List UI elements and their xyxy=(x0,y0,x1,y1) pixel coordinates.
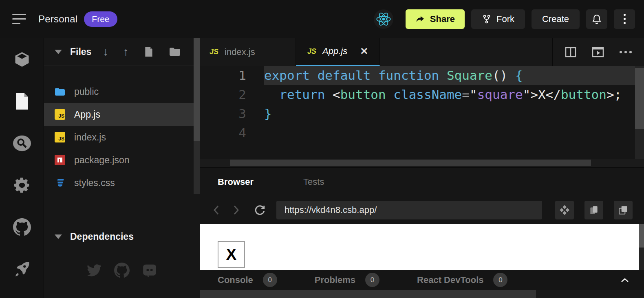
activity-bar xyxy=(0,38,44,298)
preview-window-icon[interactable] xyxy=(592,47,604,57)
deploy-rocket-icon xyxy=(13,260,31,278)
file-row-stylescss[interactable]: styles.css xyxy=(44,171,200,194)
refresh-icon[interactable] xyxy=(254,204,266,216)
scrollbar-thumb[interactable] xyxy=(635,68,644,129)
dependencies-header[interactable]: Dependencies xyxy=(44,222,200,251)
tab-label: index.js xyxy=(225,47,255,57)
javascript-file-icon: JS xyxy=(307,47,316,56)
forward-icon[interactable] xyxy=(232,204,240,216)
devtools-diamond-icon[interactable] xyxy=(555,201,574,219)
top-header: Personal Free Share Fork Create xyxy=(0,0,644,38)
layers-icon[interactable] xyxy=(614,201,633,219)
file-name: package.json xyxy=(74,155,130,166)
workspace-title[interactable]: Personal xyxy=(38,13,77,25)
editor-horizontal-scrollbar[interactable] xyxy=(200,159,644,167)
editor-vertical-scrollbar[interactable] xyxy=(635,66,644,167)
more-ellipsis-icon[interactable] xyxy=(620,51,632,53)
codesandbox-app: Personal Free Share Fork Create xyxy=(0,0,644,298)
more-options-button[interactable] xyxy=(614,9,635,29)
new-folder-icon[interactable] xyxy=(169,47,181,57)
file-row-appjs[interactable]: JS App.js xyxy=(44,103,200,126)
file-list: public JS App.js JS index.js package.jso… xyxy=(44,66,200,194)
count-badge: 0 xyxy=(263,273,277,287)
file-row-public[interactable]: public xyxy=(44,80,200,103)
discord-icon[interactable] xyxy=(142,263,157,278)
sidebar-item-search[interactable] xyxy=(13,134,31,153)
editor-tab-bar: JS index.js JS App.js ✕ xyxy=(200,38,644,66)
sidebar-item-files[interactable] xyxy=(13,92,31,111)
scrollbar-thumb[interactable] xyxy=(200,290,536,298)
back-icon[interactable] xyxy=(212,204,221,216)
tab-appjs[interactable]: JS App.js ✕ xyxy=(296,38,380,66)
editor-actions xyxy=(552,38,644,66)
notifications-button[interactable] xyxy=(586,9,607,29)
create-button[interactable]: Create xyxy=(532,9,580,29)
fork-icon xyxy=(482,14,492,24)
scrollbar-thumb[interactable] xyxy=(639,224,644,248)
copy-windows-icon[interactable] xyxy=(584,201,603,219)
social-links xyxy=(44,263,200,278)
files-scrollbar-thumb[interactable] xyxy=(194,38,200,141)
code-line: 2 return <button className="square">X</b… xyxy=(200,85,644,104)
new-file-icon[interactable] xyxy=(144,46,154,57)
file-row-indexjs[interactable]: JS index.js xyxy=(44,126,200,149)
chevron-down-icon xyxy=(55,234,62,239)
code-line: 1 export default function Square() { xyxy=(200,66,644,85)
sidebar-item-sandbox[interactable] xyxy=(13,50,31,69)
fork-button[interactable]: Fork xyxy=(471,9,525,29)
sidebar-item-deploy[interactable] xyxy=(13,260,31,278)
line-number: 1 xyxy=(200,66,264,85)
problems-tab[interactable]: Problems 0 xyxy=(315,273,379,287)
file-icon xyxy=(14,92,30,110)
tab-label: App.js xyxy=(322,46,347,57)
sidebar-item-settings[interactable] xyxy=(13,176,31,195)
upload-icon[interactable]: ↑ xyxy=(123,46,129,57)
line-number: 2 xyxy=(200,85,264,104)
count-badge: 0 xyxy=(493,273,507,287)
tab-browser[interactable]: Browser xyxy=(218,177,254,187)
menu-icon[interactable] xyxy=(12,14,26,24)
square-button[interactable]: X xyxy=(218,241,245,268)
bell-icon xyxy=(591,13,602,25)
file-row-packagejson[interactable]: package.json xyxy=(44,149,200,171)
preview-row: X xyxy=(200,224,644,270)
close-tab-icon[interactable]: ✕ xyxy=(360,46,368,57)
share-arrow-icon xyxy=(415,14,425,24)
scrollbar-thumb[interactable] xyxy=(230,160,591,166)
split-view-icon[interactable] xyxy=(565,47,576,57)
tab-indexjs[interactable]: JS index.js xyxy=(200,38,296,66)
console-tab[interactable]: Console 0 xyxy=(218,273,277,287)
share-button-label: Share xyxy=(430,14,455,24)
files-scrollbar[interactable] xyxy=(194,38,200,194)
url-input[interactable] xyxy=(276,201,542,219)
sidebar-item-github[interactable] xyxy=(13,218,31,237)
fork-button-label: Fork xyxy=(496,14,514,24)
file-name: index.js xyxy=(74,132,106,143)
share-button[interactable]: Share xyxy=(406,9,465,29)
react-devtools-tab[interactable]: React DevTools 0 xyxy=(417,273,507,287)
javascript-file-icon: JS xyxy=(55,132,65,142)
plan-badge: Free xyxy=(84,11,117,27)
preview-scrollbar[interactable] xyxy=(639,224,644,270)
download-icon[interactable]: ↓ xyxy=(103,46,108,57)
tab-tests[interactable]: Tests xyxy=(303,177,324,187)
javascript-file-icon: JS xyxy=(55,109,65,120)
files-panel: Files ↓ ↑ public JS xyxy=(44,38,200,298)
code-content: export default function Square() { xyxy=(264,66,635,85)
chevron-down-icon[interactable] xyxy=(55,50,62,54)
browser-preview: X xyxy=(200,224,639,270)
chevron-up-icon[interactable] xyxy=(620,277,629,283)
kebab-menu-icon xyxy=(624,14,626,24)
settings-gear-icon xyxy=(13,176,31,194)
create-button-label: Create xyxy=(542,14,569,24)
files-panel-title: Files xyxy=(70,46,91,57)
browser-panel: Browser Tests xyxy=(200,167,644,298)
panel-horizontal-scrollbar[interactable] xyxy=(200,290,644,298)
npm-file-icon xyxy=(55,155,65,165)
github-icon[interactable] xyxy=(114,263,130,278)
code-editor[interactable]: 1 export default function Square() { 2 r… xyxy=(200,66,644,167)
code-line: 3 } xyxy=(200,104,644,123)
twitter-icon[interactable] xyxy=(86,263,102,278)
devtools-statusbar: Console 0 Problems 0 React DevTools 0 xyxy=(200,270,644,290)
react-template-icon[interactable] xyxy=(374,9,393,29)
